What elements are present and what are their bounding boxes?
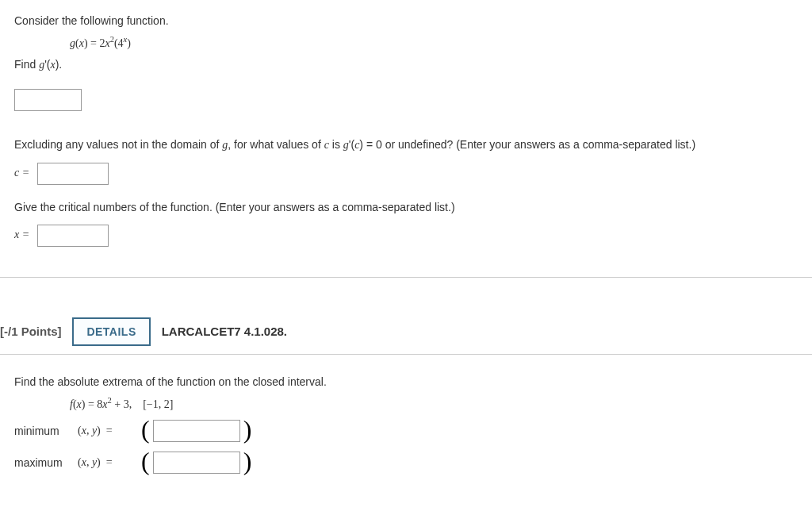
q1-formula: g(x) = 2x2(4x) — [70, 35, 798, 50]
q2-minimum-label: minimum — [14, 425, 78, 437]
q2-maximum-input[interactable] — [153, 452, 240, 474]
q1-intro: Consider the following function. — [14, 14, 798, 27]
q2-min-xy-label: (x, y) = — [78, 425, 141, 437]
q1-c-input[interactable] — [37, 163, 109, 185]
q2-max-xy-label: (x, y) = — [78, 456, 141, 469]
q2-maximum-label: maximum — [14, 456, 78, 469]
q1-c-label: c = — [14, 167, 29, 179]
q2-header: [-/1 Points] DETAILS LARCALCET7 4.1.028. — [0, 309, 812, 354]
q2-minimum-row: minimum (x, y) = ( ) — [14, 420, 798, 442]
q1-gprime-input[interactable] — [14, 89, 82, 111]
close-paren-icon: ) — [243, 450, 252, 472]
q1-excluding-text: Excluding any values not in the domain o… — [14, 138, 798, 152]
q1-critical-text: Give the critical numbers of the functio… — [14, 201, 798, 213]
q2-minimum-input[interactable] — [153, 420, 240, 442]
q2-reference: LARCALCET7 4.1.028. — [162, 325, 287, 338]
q1-x-label: x = — [14, 229, 29, 240]
q2-formula: f(x) = 8x2 + 3, [−1, 2] — [70, 396, 798, 411]
open-paren-icon: ( — [141, 418, 150, 440]
details-button[interactable]: DETAILS — [72, 317, 150, 346]
q2-prompt: Find the absolute extrema of the functio… — [14, 375, 798, 388]
q2-maximum-row: maximum (x, y) = ( ) — [14, 452, 798, 474]
q2-points: [-/1 Points] — [0, 325, 62, 338]
q1-x-input[interactable] — [37, 225, 109, 247]
question-1-container: Consider the following function. g(x) = … — [0, 0, 812, 278]
question-2-container: Find the absolute extrema of the functio… — [0, 354, 812, 508]
q1-find-label: Find g'(x). — [14, 58, 798, 71]
close-paren-icon: ) — [243, 418, 252, 440]
open-paren-icon: ( — [141, 450, 150, 472]
